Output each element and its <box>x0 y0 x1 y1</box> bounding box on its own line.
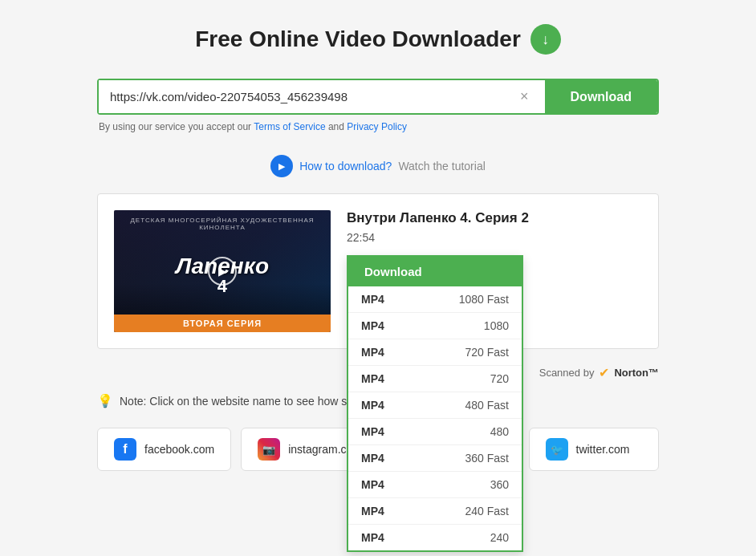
url-input-row: × Download <box>97 79 659 115</box>
arrow-down-icon: ↓ <box>542 31 549 48</box>
format-type: MP4 <box>361 452 397 465</box>
format-quality: 240 <box>404 531 509 544</box>
twitter-icon: 🐦 <box>546 438 568 461</box>
format-quality: 240 Fast <box>404 505 509 517</box>
format-row[interactable]: MP4240 <box>348 525 522 550</box>
format-type: MP4 <box>361 346 397 359</box>
page-wrapper: Free Online Video Downloader ↓ × Downloa… <box>0 0 756 556</box>
format-type: MP4 <box>361 293 397 306</box>
thumbnail-subtitle: ВТОРАЯ СЕРИЯ <box>114 315 331 332</box>
format-row[interactable]: MP4360 <box>348 472 522 498</box>
format-quality: 360 <box>404 478 509 491</box>
tos-link[interactable]: Terms of Service <box>254 121 325 132</box>
how-to-link[interactable]: How to download? <box>299 160 392 172</box>
format-quality: 480 Fast <box>404 399 509 412</box>
privacy-link[interactable]: Privacy Policy <box>347 121 407 132</box>
watch-tutorial-text: Watch the tutorial <box>398 160 485 172</box>
formats-list: MP41080 FastMP41080MP4720 FastMP4720MP44… <box>348 286 522 550</box>
format-row[interactable]: MP41080 Fast <box>348 286 522 313</box>
format-quality: 720 Fast <box>404 346 509 359</box>
format-type: MP4 <box>361 478 397 491</box>
facebook-label: facebook.com <box>144 443 214 456</box>
url-clear-button[interactable]: × <box>510 80 539 113</box>
format-row[interactable]: MP4240 Fast <box>348 498 522 525</box>
how-to-row: ▶ How to download? Watch the tutorial <box>270 155 486 177</box>
format-row[interactable]: MP4720 <box>348 366 522 392</box>
format-quality: 1080 Fast <box>404 293 509 306</box>
facebook-button[interactable]: f facebook.com <box>97 428 231 471</box>
twitter-label: twitter.com <box>576 443 630 456</box>
download-icon-circle: ↓ <box>530 24 561 55</box>
formats-dropdown: Download MP41080 FastMP41080MP4720 FastM… <box>347 255 523 552</box>
video-title: Внутри Лапенко 4. Серия 2 <box>347 210 642 226</box>
thumbnail-play-icon: ▶ <box>208 257 237 286</box>
video-result-section: ДЕТСКАЯ МНОГОСЕРИЙНАЯ ХУДОЖЕСТВЕННАЯ КИН… <box>97 193 659 349</box>
format-type: MP4 <box>361 531 397 544</box>
close-icon: × <box>520 88 529 105</box>
instagram-icon: 📷 <box>258 438 280 461</box>
norton-brand: Norton™ <box>614 367 659 379</box>
format-row[interactable]: MP4480 Fast <box>348 392 522 419</box>
video-duration: 22:54 <box>347 231 642 244</box>
format-row[interactable]: MP4480 <box>348 419 522 445</box>
header-section: Free Online Video Downloader ↓ <box>195 24 561 55</box>
format-row[interactable]: MP4720 Fast <box>348 339 522 366</box>
format-quality: 360 Fast <box>404 452 509 465</box>
terms-text: By using our service you accept our Term… <box>97 121 407 132</box>
format-quality: 480 <box>404 425 509 438</box>
lightbulb-icon: 💡 <box>97 393 113 408</box>
format-row[interactable]: MP4360 Fast <box>348 445 522 472</box>
format-type: MP4 <box>361 425 397 438</box>
format-row[interactable]: MP41080 <box>348 313 522 339</box>
url-input[interactable] <box>99 80 510 113</box>
format-quality: 1080 <box>404 319 509 332</box>
page-title: Free Online Video Downloader <box>195 26 521 52</box>
formats-dropdown-header[interactable]: Download <box>348 257 522 286</box>
video-thumbnail: ДЕТСКАЯ МНОГОСЕРИЙНАЯ ХУДОЖЕСТВЕННАЯ КИН… <box>114 210 331 332</box>
main-download-button[interactable]: Download <box>545 80 657 113</box>
thumbnail-top-text: ДЕТСКАЯ МНОГОСЕРИЙНАЯ ХУДОЖЕСТВЕННАЯ КИН… <box>114 217 331 231</box>
format-type: MP4 <box>361 319 397 332</box>
url-section: × Download By using our service you acce… <box>97 79 659 132</box>
twitter-button[interactable]: 🐦 twitter.com <box>529 428 660 471</box>
scanned-label: Scanned by <box>539 367 595 379</box>
facebook-icon: f <box>114 438 136 461</box>
norton-check-icon: ✔ <box>599 365 609 380</box>
format-quality: 720 <box>404 372 509 385</box>
video-info: Внутри Лапенко 4. Серия 2 22:54 Download… <box>347 210 642 332</box>
play-button[interactable]: ▶ <box>270 155 293 177</box>
format-type: MP4 <box>361 372 397 385</box>
format-type: MP4 <box>361 399 397 412</box>
format-type: MP4 <box>361 505 397 517</box>
